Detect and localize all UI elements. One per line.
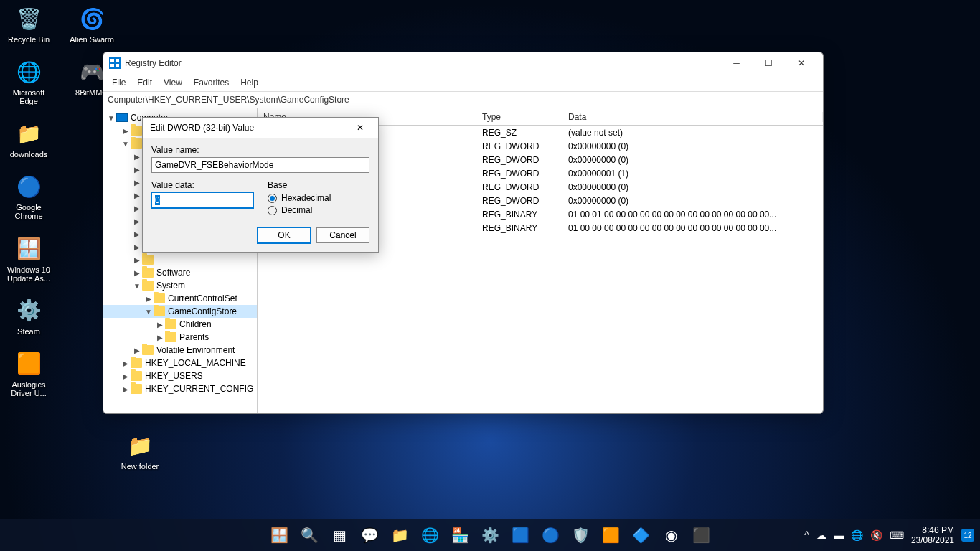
start-button[interactable]: 🪟 bbox=[265, 522, 293, 549]
chevron-icon[interactable]: ▶ bbox=[132, 217, 142, 225]
onedrive-icon[interactable]: ☁ bbox=[816, 529, 826, 541]
desktop-icon-downloads[interactable]: 📁downloads bbox=[4, 118, 54, 159]
tree-label: Parents bbox=[179, 332, 209, 342]
chevron-icon[interactable]: ▶ bbox=[143, 295, 154, 303]
chevron-icon[interactable]: ▶ bbox=[132, 179, 142, 187]
chevron-icon[interactable]: ▶ bbox=[121, 127, 131, 135]
desktop-icon-alien-swarm[interactable]: 🌀Alien Swarm bbox=[67, 4, 117, 44]
menu-file[interactable]: File bbox=[108, 76, 130, 89]
chevron-icon[interactable]: ▶ bbox=[121, 372, 131, 380]
store-button[interactable]: 🏪 bbox=[446, 522, 473, 549]
network-icon[interactable]: 🌐 bbox=[851, 529, 863, 541]
settings-button[interactable]: ⚙️ bbox=[476, 522, 504, 549]
value-data-input[interactable] bbox=[151, 192, 253, 208]
chevron-icon[interactable]: ▶ bbox=[121, 359, 131, 367]
chevron-icon[interactable]: ▶ bbox=[155, 321, 165, 329]
radio-label: Decimal bbox=[281, 205, 312, 215]
chevron-icon[interactable]: ▶ bbox=[132, 204, 142, 212]
tree-item[interactable]: ▼GameConfigStore bbox=[103, 305, 257, 318]
chevron-icon[interactable]: ▶ bbox=[132, 243, 142, 251]
edge-button[interactable]: 🌐 bbox=[416, 522, 443, 549]
titlebar[interactable]: Registry Editor ─ ☐ ✕ bbox=[103, 52, 823, 74]
search-button[interactable]: 🔍 bbox=[296, 522, 323, 549]
task-view-button[interactable]: ▦ bbox=[326, 522, 353, 549]
tree-item[interactable]: ▼System bbox=[103, 279, 257, 292]
app-button-1[interactable]: 🟧 bbox=[597, 522, 624, 549]
radio-hexadecimal[interactable]: Hexadecimal bbox=[268, 193, 369, 203]
folder-icon bbox=[165, 332, 176, 342]
cell-type: REG_DWORD bbox=[476, 182, 562, 192]
chevron-icon[interactable]: ▶ bbox=[132, 166, 142, 174]
col-type[interactable]: Type bbox=[476, 112, 562, 122]
folder-icon bbox=[142, 255, 154, 265]
steam-button[interactable]: ◉ bbox=[657, 522, 684, 549]
value-name-label: Value name: bbox=[151, 145, 369, 155]
security-button[interactable]: 🛡️ bbox=[567, 522, 594, 549]
menu-view[interactable]: View bbox=[159, 76, 187, 89]
desktop-icon-steam[interactable]: ⚙️Steam bbox=[4, 296, 54, 336]
app-button-2[interactable]: 🔷 bbox=[627, 522, 654, 549]
desktop-icon-auslogics[interactable]: 🟧Auslogics Driver U... bbox=[4, 349, 54, 397]
taskbar: 🪟 🔍 ▦ 💬 📁 🌐 🏪 ⚙️ 🟦 🔵 🛡️ 🟧 🔷 ◉ ⬛ ^ ☁ ▬ 🌐 … bbox=[0, 519, 980, 551]
chevron-icon[interactable]: ▼ bbox=[143, 308, 154, 316]
close-button[interactable]: ✕ bbox=[785, 52, 817, 74]
dialog-titlebar[interactable]: Edit DWORD (32-bit) Value ✕ bbox=[143, 118, 378, 138]
input-icon[interactable]: ⌨ bbox=[890, 529, 904, 541]
radio-icon bbox=[268, 206, 277, 215]
maximize-button[interactable]: ☐ bbox=[753, 52, 785, 74]
chevron-icon[interactable]: ▶ bbox=[132, 256, 142, 264]
chrome-button[interactable]: 🔵 bbox=[537, 522, 564, 549]
dialog-close-button[interactable]: ✕ bbox=[349, 118, 371, 138]
col-data[interactable]: Data bbox=[562, 112, 823, 122]
chevron-icon[interactable]: ▼ bbox=[121, 140, 131, 148]
tree-item[interactable]: ▶HKEY_CURRENT_CONFIG bbox=[103, 382, 257, 395]
tree-item[interactable]: ▶ bbox=[103, 253, 257, 266]
radio-icon bbox=[268, 194, 277, 203]
chevron-icon[interactable]: ▶ bbox=[132, 192, 142, 199]
cell-data: 0x00000000 (0) bbox=[562, 182, 823, 192]
tree-label: GameConfigStore bbox=[168, 306, 237, 316]
menu-favorites[interactable]: Favorites bbox=[189, 76, 233, 89]
menu-help[interactable]: Help bbox=[236, 76, 263, 89]
chevron-icon[interactable]: ▶ bbox=[132, 347, 142, 354]
tree-item[interactable]: ▶Parents bbox=[103, 331, 257, 344]
chevron-icon[interactable]: ▶ bbox=[132, 153, 142, 161]
desktop-icon-win10-update[interactable]: 🪟Windows 10 Update As... bbox=[4, 234, 54, 283]
folder-icon bbox=[131, 384, 142, 394]
tree-label: System bbox=[156, 281, 185, 291]
address-bar[interactable]: Computer\HKEY_CURRENT_USER\System\GameCo… bbox=[103, 91, 823, 108]
chevron-icon[interactable]: ▶ bbox=[155, 334, 165, 342]
ok-button[interactable]: OK bbox=[258, 227, 311, 243]
tree-item[interactable]: ▶HKEY_USERS bbox=[103, 369, 257, 382]
desktop-icon-edge[interactable]: 🌐Microsoft Edge bbox=[4, 57, 54, 105]
desktop-icon-recycle-bin[interactable]: 🗑️Recycle Bin bbox=[4, 4, 54, 44]
tree-item[interactable]: ▶HKEY_LOCAL_MACHINE bbox=[103, 357, 257, 369]
tree-item[interactable]: ▶Software bbox=[103, 266, 257, 279]
chevron-icon[interactable]: ▼ bbox=[132, 282, 142, 290]
folder-icon bbox=[142, 281, 154, 291]
file-explorer-button[interactable]: 📁 bbox=[386, 522, 413, 549]
minimize-button[interactable]: ─ bbox=[720, 52, 753, 74]
desktop-icon-new-folder[interactable]: 📁New folder bbox=[115, 430, 165, 471]
tree-item[interactable]: ▶Volatile Environment bbox=[103, 344, 257, 357]
tree-item[interactable]: ▶CurrentControlSet bbox=[103, 292, 257, 305]
chevron-icon[interactable]: ▶ bbox=[132, 269, 142, 277]
chevron-icon[interactable]: ▶ bbox=[121, 385, 131, 393]
battery-icon[interactable]: ▬ bbox=[834, 529, 844, 541]
chevron-down-icon[interactable]: ▼ bbox=[106, 114, 116, 122]
value-name-input[interactable] bbox=[151, 157, 369, 173]
clock[interactable]: 8:46 PM 23/08/2021 bbox=[911, 525, 954, 546]
cancel-button[interactable]: Cancel bbox=[316, 227, 369, 243]
menubar: File Edit View Favorites Help bbox=[103, 74, 823, 91]
notification-badge[interactable]: 12 bbox=[961, 529, 974, 542]
tray-chevron-icon[interactable]: ^ bbox=[804, 529, 809, 541]
menu-edit[interactable]: Edit bbox=[133, 76, 156, 89]
chevron-icon[interactable]: ▶ bbox=[132, 230, 142, 238]
regedit-button[interactable]: ⬛ bbox=[687, 522, 715, 549]
radio-decimal[interactable]: Decimal bbox=[268, 205, 369, 215]
tree-item[interactable]: ▶Children bbox=[103, 318, 257, 331]
desktop-icon-chrome[interactable]: 🔵Google Chrome bbox=[4, 171, 54, 220]
chat-button[interactable]: 💬 bbox=[356, 522, 383, 549]
volume-icon[interactable]: 🔇 bbox=[870, 529, 882, 541]
word-button[interactable]: 🟦 bbox=[507, 522, 534, 549]
